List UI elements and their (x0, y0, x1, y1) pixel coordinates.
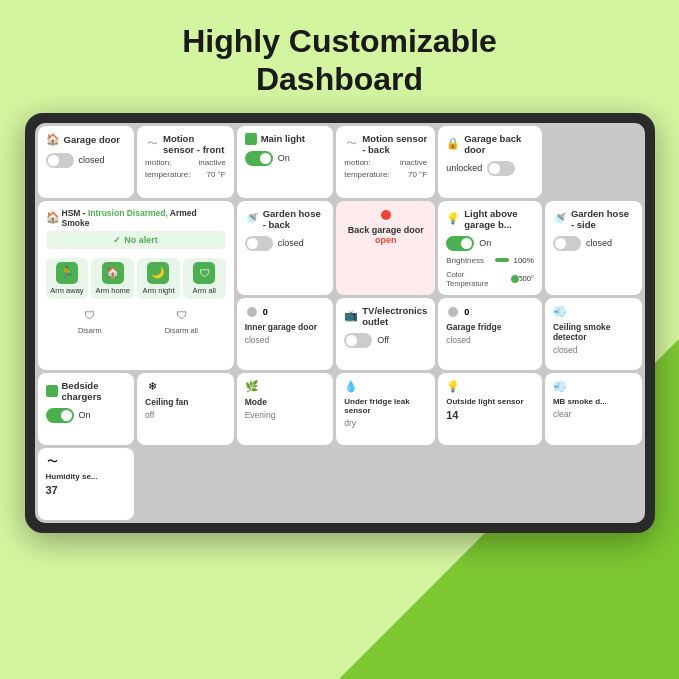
hose-back-toggle[interactable]: closed (245, 236, 326, 251)
temp-value: 70 °F (206, 170, 225, 179)
arm-away-button[interactable]: 🏃 Arm away (46, 258, 89, 299)
tile-garden-hose-side-title: Garden hose - side (571, 208, 634, 230)
tile-inner-garage: 0 Inner garage door closed (237, 298, 334, 370)
motion-back-label: motion: (344, 158, 370, 167)
arm-home-button[interactable]: 🏠 Arm home (91, 258, 134, 299)
arm-all-label: Arm all (193, 286, 216, 295)
tablet: 🏠 Garage door closed 〜 Motion sensor - f… (25, 113, 655, 533)
tile-mode: 🌿 Mode Evening (237, 373, 334, 445)
hose-back-toggle-track[interactable] (245, 236, 273, 251)
disarm-all-button[interactable]: 🛡 Disarm all (137, 306, 226, 335)
temp-back-value: 70 °F (408, 170, 427, 179)
outside-light-title: Outside light sensor (446, 397, 534, 406)
smoke-icon: 💨 (553, 305, 567, 319)
tile-light-above-title: Light above garage b... (464, 208, 534, 230)
temp-back-label: temperature: (344, 170, 389, 179)
tile-outside-light: 💡 Outside light sensor 14 (438, 373, 542, 445)
fan-status: off (145, 410, 226, 420)
tile-motion-front: 〜 Motion sensor - front motion: inactive… (137, 126, 234, 198)
bedside-toggle[interactable]: On (46, 408, 127, 423)
ceiling-smoke-title: Ceiling smoke detector (553, 322, 634, 342)
arm-night-label: Arm night (142, 286, 174, 295)
check-icon: ✓ (113, 235, 121, 245)
humidity-title: Humidity se... (46, 472, 127, 481)
tile-garage-door-title: Garage door (64, 134, 127, 145)
garage-back-toggle[interactable]: unlocked (446, 161, 534, 176)
hose-side-icon: 🚿 (553, 212, 567, 226)
fridge-title: Garage fridge (446, 322, 534, 332)
hose-side-toggle[interactable]: closed (553, 236, 634, 251)
color-temp-thumb[interactable] (510, 274, 520, 284)
disarm-all-icon: 🛡 (172, 306, 190, 324)
tablet-screen: 🏠 Garage door closed 〜 Motion sensor - f… (35, 123, 645, 523)
disarm-row: 🛡 Disarm 🛡 Disarm all (46, 306, 226, 335)
motion-value: inactive (199, 158, 226, 167)
brightness-value: 100% (513, 256, 533, 265)
arm-buttons: 🏃 Arm away 🏠 Arm home 🌙 Arm night 🛡 Arm … (46, 258, 226, 299)
garage-back-toggle-track[interactable] (487, 161, 515, 176)
fridge-dot (448, 307, 458, 317)
lock-icon: 🔒 (446, 137, 460, 151)
tile-mb-smoke: 💨 MB smoke d... clear (545, 373, 642, 445)
bedside-status: On (79, 410, 91, 420)
tile-hsm-title: HSM - Intrusion Disarmed, Armed Smoke (62, 208, 226, 228)
arm-home-label: Arm home (95, 286, 130, 295)
fridge-count: 0 (464, 307, 469, 317)
disarm-label: Disarm (78, 326, 102, 335)
light-above-toggle[interactable]: On (446, 236, 534, 251)
page-header: Highly Customizable Dashboard (0, 0, 679, 113)
hose-side-toggle-track[interactable] (553, 236, 581, 251)
tile-garage-back-door: 🔒 Garage back door unlocked (438, 126, 542, 198)
brightness-label: Brightness (446, 256, 491, 265)
outside-light-icon: 💡 (446, 380, 460, 394)
mode-icon: 🌿 (245, 380, 259, 394)
tile-garden-hose-back-title: Garden hose - back (263, 208, 326, 230)
tile-garden-hose-back: 🚿 Garden hose - back closed (237, 201, 334, 295)
tile-tv-outlet: 📺 TV/electronics outlet Off (336, 298, 435, 370)
leak-icon: 💧 (344, 380, 358, 394)
fan-title: Ceiling fan (145, 397, 226, 407)
hose-back-icon: 🚿 (245, 212, 259, 226)
arm-night-button[interactable]: 🌙 Arm night (137, 258, 180, 299)
motion-back-value: inactive (400, 158, 427, 167)
arm-night-icon: 🌙 (147, 262, 169, 284)
tile-garden-hose-side: 🚿 Garden hose - side closed (545, 201, 642, 295)
tv-toggle-track[interactable] (344, 333, 372, 348)
arm-all-button[interactable]: 🛡 Arm all (183, 258, 226, 299)
garage-door-status: closed (79, 155, 105, 165)
back-garage-alert-title: Back garage door (344, 225, 427, 235)
fan-icon: ❄ (145, 380, 159, 394)
disarm-button[interactable]: 🛡 Disarm (46, 306, 135, 335)
hsm-icon: 🏠 (46, 211, 60, 225)
light-above-toggle-track[interactable] (446, 236, 474, 251)
light-above-status: On (479, 238, 491, 248)
brightness-bar[interactable] (495, 258, 509, 262)
inner-garage-title: Inner garage door (245, 322, 326, 332)
main-light-toggle[interactable]: On (245, 151, 326, 166)
tv-toggle[interactable]: Off (344, 333, 427, 348)
disarm-all-label: Disarm all (165, 326, 198, 335)
tile-motion-back-title: Motion sensor - back (362, 133, 427, 155)
hose-side-status: closed (586, 238, 612, 248)
tile-humidity: 〜 Humidity se... 37 (38, 448, 135, 520)
motion-label: motion: (145, 158, 171, 167)
garage-door-toggle[interactable]: closed (46, 153, 127, 168)
motion-back-icon: 〜 (344, 137, 358, 151)
tile-motion-back: 〜 Motion sensor - back motion: inactive … (336, 126, 435, 198)
tile-ceiling-smoke: 💨 Ceiling smoke detector closed (545, 298, 642, 370)
back-garage-alert-status: open (344, 235, 427, 245)
arm-away-icon: 🏃 (56, 262, 78, 284)
tile-ceiling-fan: ❄ Ceiling fan off (137, 373, 234, 445)
bedside-toggle-track[interactable] (46, 408, 74, 423)
color-temp-row: Color Temperature 2500° (446, 270, 534, 288)
motion-front-temp: temperature: 70 °F (145, 170, 226, 179)
red-dot (381, 210, 391, 220)
brightness-row: Brightness 100% (446, 256, 534, 265)
garage-door-toggle-track[interactable] (46, 153, 74, 168)
main-light-toggle-track[interactable] (245, 151, 273, 166)
humidity-value: 37 (46, 484, 127, 496)
motion-front-info: motion: inactive (145, 158, 226, 167)
tile-under-fridge: 💧 Under fridge leak sensor dry (336, 373, 435, 445)
tile-garage-back-door-title: Garage back door (464, 133, 534, 155)
main-light-icon (245, 133, 257, 145)
